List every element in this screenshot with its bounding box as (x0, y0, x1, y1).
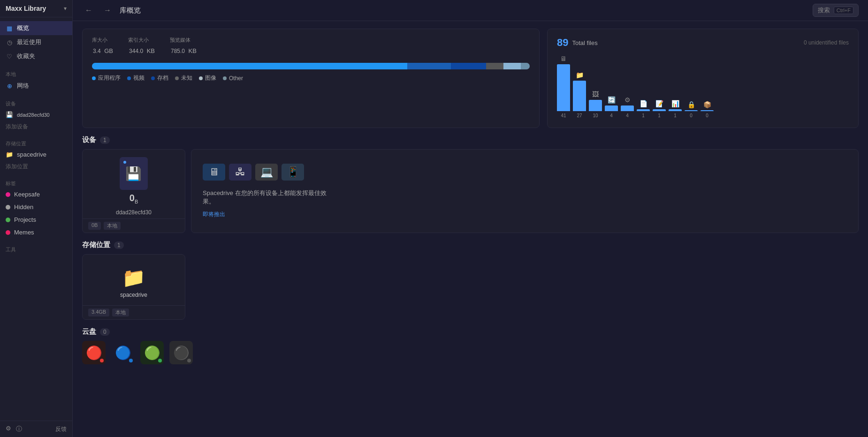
stats-card-left: 库大小 3.4 GB 索引大小 344.0 KB 预览媒 (82, 29, 540, 128)
bar-col-6: 📝1 (653, 100, 666, 118)
progress-seg-apps (92, 63, 407, 69)
cloud-dot-2 (129, 359, 133, 362)
cloud-service-1[interactable]: 🔴 (82, 341, 106, 364)
app-title: Maxx Library (6, 5, 46, 12)
add-device-button[interactable]: 添加设备 (0, 121, 72, 133)
stats-card-right: 89 Total files 0 unidentified files 🖥41📁… (547, 29, 859, 128)
legend-dot-archive (151, 76, 155, 80)
bar-num-3: 4 (610, 113, 613, 118)
legend-label-video: 视频 (133, 74, 145, 82)
stat-preview: 预览媒体 785.0 KB (170, 37, 197, 55)
cloud-count: 0 (100, 328, 110, 336)
sidebar-item-memes[interactable]: Memes (0, 226, 72, 239)
cloud-service-4[interactable]: ⚫ (169, 341, 193, 364)
projects-dot (6, 218, 10, 222)
unidentified-count: 0 unidentified files (804, 39, 849, 46)
total-files-count: 89 (557, 37, 568, 49)
add-device-label: 添加设备 (6, 123, 28, 131)
total-files: 89 Total files (557, 37, 598, 49)
storage-tag-local: 本地 (112, 309, 129, 316)
cloud-icons-row: 🔴 🔵 🟢 ⚫ (82, 341, 859, 364)
progress-seg-other (521, 63, 530, 69)
bar-rect-1 (573, 81, 586, 111)
sidebar-item-recent[interactable]: ◷ 最近使用 (0, 35, 72, 49)
bar-icon-7: 📊 (671, 100, 679, 107)
bar-icon-5: 📄 (640, 100, 647, 107)
bar-col-2: 🖼10 (589, 90, 602, 118)
sidebar-item-projects[interactable]: Projects (0, 213, 72, 226)
device-icon: 💾 (6, 111, 13, 118)
storage-title: 存储位置 (82, 241, 110, 249)
bar-col-7: 📊1 (669, 100, 682, 118)
sidebar-item-keepsafe[interactable]: Keepsafe (0, 188, 72, 201)
local-section-label: 本地 (0, 69, 72, 79)
sidebar-item-overview[interactable]: ▦ 概览 (0, 21, 72, 35)
bar-col-3: 🔄4 (605, 96, 618, 118)
storage-card-footer: 3.4GB 本地 (83, 305, 185, 319)
feedback-button[interactable]: 反馈 (55, 425, 67, 433)
legend-item-archive: 存档 (151, 74, 168, 82)
sidebar-item-label: Hidden (14, 203, 33, 211)
sidebar-bottom: ⚙ ⓘ 反馈 (0, 421, 72, 437)
bar-num-5: 1 (642, 113, 645, 118)
sidebar-item-spacedrive[interactable]: 📁 spacedrive (0, 148, 72, 161)
sidebar-item-network[interactable]: ⊕ 网络 (0, 79, 72, 93)
storage-cards-row: 📁 spacedrive 3.4GB 本地 (82, 254, 859, 320)
device-card-footer: 0B 本地 (83, 218, 185, 233)
stats-row: 库大小 3.4 GB 索引大小 344.0 KB 预览媒 (82, 29, 859, 128)
promo-device-laptop: 💻 (255, 164, 278, 181)
bar-rect-3 (605, 105, 618, 111)
promo-text: Spacedrive 在您的所有设备上都能发挥最佳效果。 (203, 189, 334, 206)
network-icon: ⊕ (6, 83, 13, 90)
bar-chart: 🖥41📁27🖼10🔄4⚙4📄1📝1📊1🔒0📦0 (557, 54, 849, 120)
sidebar-local-section: 本地 ⊕ 网络 (0, 65, 72, 95)
bar-icon-6: 📝 (655, 100, 663, 107)
main-area: ← → 库概览 搜索 Ctrl+F 库大小 3.4 GB (73, 0, 868, 437)
sidebar-item-device[interactable]: 💾 ddad28ecfd30 (0, 108, 72, 121)
search-placeholder: 搜索 (818, 6, 830, 15)
device-card-ddad[interactable]: 💾 0B ddad28ecfd30 0B 本地 (82, 149, 185, 233)
settings-icon[interactable]: ⚙ (6, 425, 11, 433)
bar-col-8: 🔒0 (685, 101, 698, 118)
sidebar: Maxx Library ▾ ▦ 概览 ◷ 最近使用 ♡ 收藏夹 本地 ⊕ 网络… (0, 0, 73, 437)
sidebar-header[interactable]: Maxx Library ▾ (0, 0, 72, 17)
content-area: 库大小 3.4 GB 索引大小 344.0 KB 预览媒 (73, 21, 868, 372)
search-box[interactable]: 搜索 Ctrl+F (813, 4, 859, 17)
legend-dot-video (127, 76, 131, 80)
storage-section-label: 存储位置 (0, 138, 72, 148)
storage-card-spacedrive[interactable]: 📁 spacedrive 3.4GB 本地 (82, 254, 185, 320)
legend-item-image: 图像 (199, 74, 216, 82)
sidebar-item-label: Projects (14, 216, 36, 223)
sidebar-item-hidden[interactable]: Hidden (0, 201, 72, 213)
topbar: ← → 库概览 搜索 Ctrl+F (73, 0, 868, 21)
bar-rect-0 (557, 64, 570, 111)
cloud-service-3[interactable]: 🟢 (140, 341, 164, 364)
bar-num-6: 1 (658, 113, 661, 118)
devices-count: 1 (100, 136, 110, 144)
sidebar-tags-section: 标签 Keepsafe Hidden Projects Memes (0, 174, 72, 241)
legend-label-apps: 应用程序 (98, 74, 121, 82)
tags-section-label: 标签 (0, 178, 72, 188)
bar-rect-5 (637, 109, 650, 111)
sidebar-item-label: Memes (14, 229, 34, 236)
folder-icon: 📁 (122, 267, 145, 289)
sidebar-nav-section: ▦ 概览 ◷ 最近使用 ♡ 收藏夹 (0, 17, 72, 65)
cloud-service-2[interactable]: 🔵 (111, 341, 135, 364)
device-size: 0B (129, 193, 138, 204)
devices-section-label: 设备 (0, 98, 72, 108)
sidebar-item-favorites[interactable]: ♡ 收藏夹 (0, 49, 72, 63)
dropdown-arrow-icon[interactable]: ▾ (64, 5, 67, 12)
add-storage-button[interactable]: 添加位置 (0, 161, 72, 173)
promo-device-monitor: 🖥 (203, 164, 225, 181)
info-icon[interactable]: ⓘ (16, 425, 22, 433)
coming-soon-link[interactable]: 即将推出 (203, 211, 847, 218)
library-size-value: 3.4 GB (92, 45, 113, 55)
library-size-label: 库大小 (92, 37, 113, 44)
legend: 应用程序 视频 存档 未知 (92, 74, 530, 82)
cloud-section-header: 云盘 0 (82, 327, 859, 336)
forward-button[interactable]: → (101, 5, 114, 15)
legend-label-other: Other (229, 75, 243, 82)
sidebar-tools-section: 工具 (0, 241, 72, 256)
bar-icon-4: ⚙ (624, 96, 631, 104)
back-button[interactable]: ← (82, 5, 95, 15)
